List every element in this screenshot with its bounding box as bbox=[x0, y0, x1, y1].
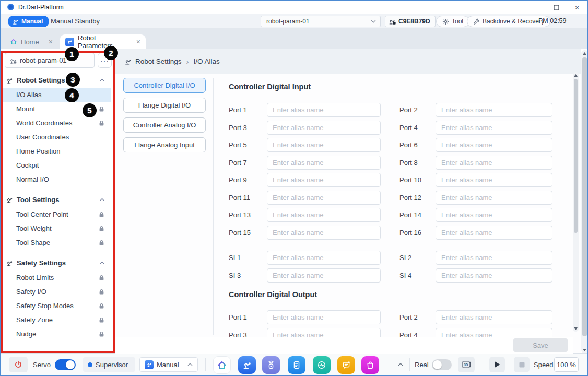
sidebar-section-header-robot-settings[interactable]: Robot Settings bbox=[1, 73, 111, 88]
sidebar-item-label: Tool Shape bbox=[16, 239, 50, 246]
stop-button[interactable] bbox=[514, 357, 530, 372]
digital-input-label-port-13: Port 13 bbox=[229, 211, 267, 219]
sidebar-item-normal-i-o[interactable]: Normal I/O bbox=[1, 172, 111, 186]
digital-input-input-port-12[interactable] bbox=[436, 191, 552, 205]
digital-input-title: Controller Digital Input bbox=[229, 83, 311, 91]
sidebar-section-header-safety-settings[interactable]: Safety Settings bbox=[1, 255, 111, 271]
speed-value-box[interactable]: 100 % bbox=[554, 357, 579, 372]
digital-output-input-port-1[interactable] bbox=[267, 310, 381, 324]
sidebar-item-tool-shape[interactable]: Tool Shape bbox=[1, 236, 111, 250]
param-name-field[interactable]: robot-param-01 bbox=[5, 53, 95, 68]
sidebar-item-safety-stop-modes[interactable]: Safety Stop Modes bbox=[1, 299, 111, 313]
digital-input-input-port-11[interactable] bbox=[267, 191, 381, 205]
servo-toggle[interactable] bbox=[55, 359, 76, 370]
scroll-up-icon[interactable] bbox=[573, 72, 579, 78]
real-toggle[interactable] bbox=[432, 359, 452, 370]
lock-icon bbox=[99, 303, 104, 309]
sidebar-item-user-coordinates[interactable]: User Coordinates bbox=[1, 130, 111, 144]
scrollbar-thumb[interactable] bbox=[582, 57, 587, 336]
sidebar-section-header-tool-settings[interactable]: Tool Settings bbox=[1, 192, 111, 207]
app-log-icon[interactable] bbox=[337, 356, 355, 374]
save-button[interactable]: Save bbox=[513, 338, 568, 352]
robot-arm-icon bbox=[9, 57, 17, 64]
sidebar-item-safety-i-o[interactable]: Safety I/O bbox=[1, 285, 111, 299]
title-bar: Dr.Dart-Platform – × bbox=[1, 1, 587, 14]
digital-output-input-port-2[interactable] bbox=[436, 310, 552, 324]
sidebar-item-robot-limits[interactable]: Robot Limits bbox=[1, 271, 111, 285]
digital-input-input-port-9[interactable] bbox=[267, 173, 381, 187]
safety-input-label-si-4: SI 4 bbox=[399, 272, 436, 279]
robot-serial-badge[interactable]: C9E8B79D bbox=[385, 16, 436, 27]
servo-power-button[interactable] bbox=[9, 357, 28, 372]
clock: PM 02:59 bbox=[538, 17, 567, 25]
sidebar-item-cockpit[interactable]: Cockpit bbox=[1, 158, 111, 172]
sidebar-item-tool-weight[interactable]: Tool Weight bbox=[1, 221, 111, 236]
app-robot-parameters-icon[interactable] bbox=[238, 356, 256, 374]
digital-input-input-port-10[interactable] bbox=[436, 173, 552, 187]
digital-input-input-port-1[interactable] bbox=[267, 103, 381, 117]
scroll-up-icon[interactable] bbox=[581, 50, 588, 56]
category-button-flange-digital-i-o[interactable]: Flange Digital I/O bbox=[123, 98, 206, 113]
lock-icon bbox=[99, 226, 104, 232]
digital-input-input-port-4[interactable] bbox=[436, 121, 552, 135]
safety-input-input-si-3[interactable] bbox=[267, 268, 381, 283]
sidebar-item-nudge[interactable]: Nudge bbox=[1, 327, 111, 341]
digital-input-input-port-6[interactable] bbox=[436, 138, 552, 152]
inner-scrollbar[interactable] bbox=[573, 72, 579, 332]
chevron-up-icon bbox=[99, 78, 105, 82]
minimize-button[interactable]: – bbox=[525, 1, 546, 14]
close-button[interactable]: × bbox=[567, 1, 587, 14]
mode-value: Manual bbox=[157, 361, 179, 369]
safety-input-input-si-1[interactable] bbox=[267, 251, 381, 265]
app-store-icon[interactable] bbox=[361, 356, 379, 374]
param-select-dropdown[interactable]: robot-param-01 bbox=[261, 16, 381, 27]
robot-parameters-icon bbox=[65, 38, 74, 46]
dock-divider bbox=[409, 358, 410, 371]
digital-input-input-port-5[interactable] bbox=[267, 138, 381, 152]
user-role-dropdown[interactable]: Supervisor bbox=[83, 357, 135, 372]
breadcrumb-root[interactable]: Robot Settings bbox=[135, 57, 182, 65]
digital-input-input-port-13[interactable] bbox=[267, 208, 381, 222]
play-button[interactable] bbox=[489, 357, 505, 372]
sidebar-item-safety-zone[interactable]: Safety Zone bbox=[1, 313, 111, 327]
tab-robot-parameters-close-icon[interactable]: × bbox=[136, 38, 140, 45]
digital-input-input-port-14[interactable] bbox=[436, 208, 552, 222]
sidebar-item-world-coordinates[interactable]: World Coordinates bbox=[1, 116, 111, 130]
safety-input-input-si-2[interactable] bbox=[436, 251, 552, 265]
category-button-flange-analog-input[interactable]: Flange Analog Input bbox=[123, 137, 206, 152]
digital-input-input-port-3[interactable] bbox=[267, 121, 381, 135]
digital-input-input-port-2[interactable] bbox=[436, 103, 552, 117]
scrollbar-thumb[interactable] bbox=[574, 79, 578, 233]
app-home-icon[interactable] bbox=[213, 356, 231, 374]
digital-input-input-port-8[interactable] bbox=[436, 156, 552, 170]
page-scrollbar[interactable] bbox=[581, 50, 588, 353]
category-button-controller-digital-i-o[interactable]: Controller Digital I/O bbox=[123, 78, 206, 93]
app-jog-icon[interactable] bbox=[262, 356, 280, 374]
maximize-button[interactable] bbox=[546, 1, 567, 14]
tab-home[interactable]: Home × bbox=[5, 34, 58, 49]
sidebar-item-tool-center-point[interactable]: Tool Center Point bbox=[1, 207, 111, 221]
manual-mode-button[interactable]: Manual bbox=[8, 16, 49, 27]
dock-expand-chevron-icon[interactable] bbox=[397, 363, 404, 367]
sidebar-item-home-position[interactable]: Home Position bbox=[1, 144, 111, 158]
scroll-down-icon[interactable] bbox=[581, 347, 588, 353]
mode-dropdown[interactable]: Manual bbox=[139, 357, 198, 372]
scroll-down-icon[interactable] bbox=[573, 325, 579, 332]
chevron-down-icon bbox=[371, 20, 376, 23]
digital-input-input-port-15[interactable] bbox=[267, 226, 381, 240]
safety-input-input-si-4[interactable] bbox=[436, 268, 552, 283]
sidebar-item-label: User Coordinates bbox=[16, 133, 69, 141]
tab-home-close-icon[interactable]: × bbox=[49, 38, 53, 45]
simulator-3d-button[interactable]: 3D bbox=[458, 357, 475, 372]
app-monitoring-icon[interactable] bbox=[313, 356, 331, 374]
sidebar-item-i-o-alias[interactable]: I/O Alias bbox=[1, 88, 111, 102]
digital-input-row: Port 5Port 6 bbox=[229, 136, 552, 154]
param-name-value: robot-param-01 bbox=[20, 56, 67, 64]
tool-button[interactable]: Tool bbox=[436, 16, 469, 27]
digital-input-input-port-7[interactable] bbox=[267, 156, 381, 170]
category-button-controller-analog-i-o[interactable]: Controller Analog I/O bbox=[123, 118, 206, 133]
digital-input-label-port-9: Port 9 bbox=[229, 176, 267, 184]
app-task-editor-icon[interactable] bbox=[288, 356, 305, 374]
section-label: Robot Settings bbox=[17, 76, 65, 84]
digital-input-input-port-16[interactable] bbox=[436, 226, 552, 240]
